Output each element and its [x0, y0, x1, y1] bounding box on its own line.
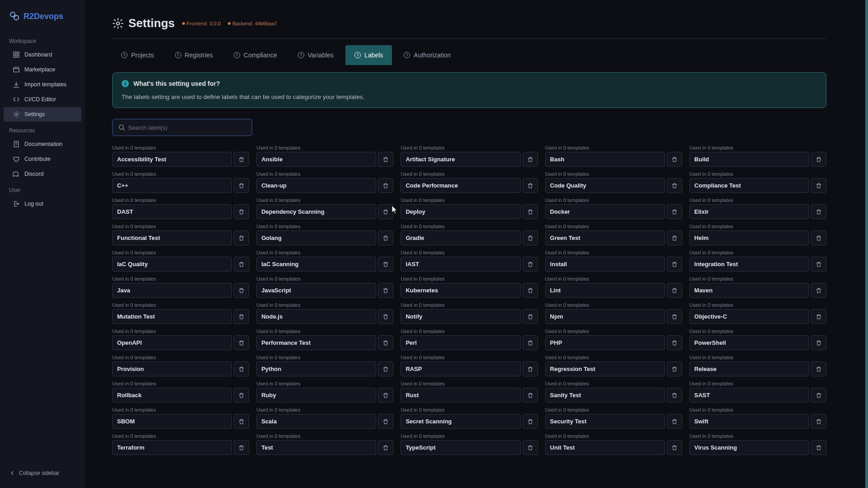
label-input[interactable] — [256, 230, 376, 245]
delete-label-button[interactable] — [378, 335, 393, 350]
label-input[interactable] — [545, 414, 665, 429]
label-input[interactable] — [401, 283, 520, 298]
delete-label-button[interactable] — [378, 178, 393, 193]
delete-label-button[interactable] — [667, 414, 682, 429]
delete-label-button[interactable] — [667, 388, 682, 403]
label-input[interactable] — [112, 309, 232, 324]
delete-label-button[interactable] — [523, 230, 538, 245]
delete-label-button[interactable] — [378, 309, 393, 324]
label-input[interactable] — [112, 414, 232, 429]
tab-authorization[interactable]: ?Authorization — [395, 45, 460, 65]
label-input[interactable] — [545, 230, 665, 245]
delete-label-button[interactable] — [234, 230, 249, 245]
label-input[interactable] — [545, 257, 665, 272]
delete-label-button[interactable] — [234, 283, 249, 298]
delete-label-button[interactable] — [667, 178, 682, 193]
delete-label-button[interactable] — [523, 414, 538, 429]
delete-label-button[interactable] — [811, 257, 826, 272]
delete-label-button[interactable] — [811, 283, 826, 298]
delete-label-button[interactable] — [523, 257, 538, 272]
label-input[interactable] — [401, 388, 520, 403]
delete-label-button[interactable] — [234, 414, 249, 429]
delete-label-button[interactable] — [234, 257, 249, 272]
delete-label-button[interactable] — [811, 335, 826, 350]
label-input[interactable] — [401, 440, 520, 455]
delete-label-button[interactable] — [811, 414, 826, 429]
label-input[interactable] — [256, 361, 376, 376]
delete-label-button[interactable] — [667, 309, 682, 324]
delete-label-button[interactable] — [378, 283, 393, 298]
delete-label-button[interactable] — [523, 178, 538, 193]
delete-label-button[interactable] — [234, 204, 249, 219]
label-input[interactable] — [545, 388, 665, 403]
sidebar-item-ci-cd-editor[interactable]: CI/CD Editor — [4, 92, 81, 107]
label-input[interactable] — [545, 152, 665, 167]
delete-label-button[interactable] — [234, 361, 249, 376]
delete-label-button[interactable] — [234, 388, 249, 403]
tab-compliance[interactable]: ?Compliance — [225, 45, 286, 65]
delete-label-button[interactable] — [378, 230, 393, 245]
delete-label-button[interactable] — [378, 204, 393, 219]
sidebar-item-log-out[interactable]: Log out — [4, 197, 81, 211]
label-input[interactable] — [112, 388, 232, 403]
label-input[interactable] — [401, 152, 520, 167]
label-input[interactable] — [545, 335, 665, 350]
delete-label-button[interactable] — [523, 388, 538, 403]
delete-label-button[interactable] — [811, 440, 826, 455]
label-input[interactable] — [112, 440, 232, 455]
label-input[interactable] — [256, 440, 376, 455]
label-input[interactable] — [112, 335, 232, 350]
label-input[interactable] — [689, 257, 809, 272]
label-input[interactable] — [689, 388, 809, 403]
sidebar-item-dashboard[interactable]: Dashboard — [4, 47, 81, 62]
tab-registries[interactable]: ?Registries — [166, 45, 222, 65]
label-input[interactable] — [256, 152, 376, 167]
sidebar-item-marketplace[interactable]: Marketplace — [4, 62, 81, 77]
label-input[interactable] — [256, 388, 376, 403]
label-input[interactable] — [112, 178, 232, 193]
label-input[interactable] — [689, 361, 809, 376]
label-input[interactable] — [689, 152, 809, 167]
label-input[interactable] — [689, 335, 809, 350]
label-input[interactable] — [689, 178, 809, 193]
label-input[interactable] — [112, 257, 232, 272]
label-input[interactable] — [545, 440, 665, 455]
tab-variables[interactable]: ?Variables — [289, 45, 343, 65]
delete-label-button[interactable] — [667, 152, 682, 167]
label-input[interactable] — [689, 283, 809, 298]
label-input[interactable] — [401, 414, 520, 429]
label-input[interactable] — [401, 204, 520, 219]
delete-label-button[interactable] — [234, 178, 249, 193]
delete-label-button[interactable] — [811, 361, 826, 376]
delete-label-button[interactable] — [234, 440, 249, 455]
delete-label-button[interactable] — [234, 335, 249, 350]
delete-label-button[interactable] — [523, 152, 538, 167]
label-input[interactable] — [545, 309, 665, 324]
delete-label-button[interactable] — [667, 361, 682, 376]
delete-label-button[interactable] — [523, 283, 538, 298]
label-input[interactable] — [256, 309, 376, 324]
label-input[interactable] — [401, 230, 520, 245]
delete-label-button[interactable] — [667, 204, 682, 219]
label-input[interactable] — [256, 204, 376, 219]
delete-label-button[interactable] — [811, 309, 826, 324]
delete-label-button[interactable] — [811, 388, 826, 403]
delete-label-button[interactable] — [667, 335, 682, 350]
label-input[interactable] — [689, 440, 809, 455]
label-input[interactable] — [689, 230, 809, 245]
delete-label-button[interactable] — [378, 414, 393, 429]
label-input[interactable] — [112, 361, 232, 376]
label-input[interactable] — [112, 230, 232, 245]
search-input-wrap[interactable] — [112, 119, 252, 136]
delete-label-button[interactable] — [523, 309, 538, 324]
delete-label-button[interactable] — [523, 440, 538, 455]
delete-label-button[interactable] — [378, 388, 393, 403]
delete-label-button[interactable] — [811, 204, 826, 219]
label-input[interactable] — [689, 204, 809, 219]
delete-label-button[interactable] — [378, 152, 393, 167]
sidebar-item-discord[interactable]: Discord — [4, 167, 81, 181]
search-input[interactable] — [128, 124, 246, 131]
delete-label-button[interactable] — [811, 178, 826, 193]
sidebar-item-contribute[interactable]: Contribute — [4, 152, 81, 166]
delete-label-button[interactable] — [811, 230, 826, 245]
